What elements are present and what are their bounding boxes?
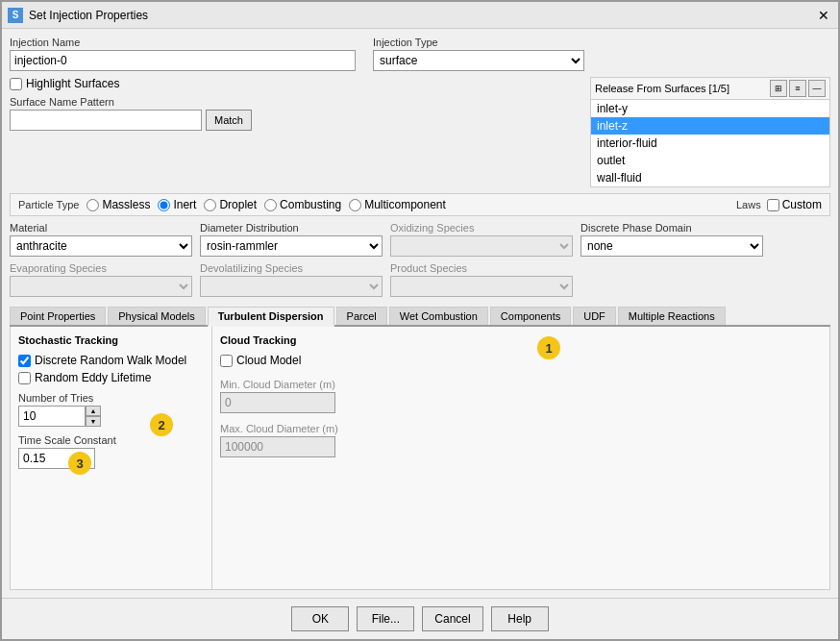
random-eddy-text: Random Eddy Lifetime [35,371,151,384]
injection-name-label: Injection Name [10,37,356,48]
annotation-2: 2 [150,413,173,436]
list-item[interactable]: outlet [591,152,829,169]
radio-droplet-input[interactable] [204,199,216,211]
number-of-tries-input[interactable] [18,406,86,427]
injection-name-type-row: Injection Name Injection Type surface [10,37,830,71]
list-item[interactable]: interior-fluid [591,135,829,152]
injection-type-group: Injection Type surface [373,37,584,71]
toolbar-btn-1[interactable]: ⊞ [770,80,787,97]
highlight-surfaces-label: Highlight Surfaces [26,77,119,90]
product-select[interactable] [390,276,573,297]
number-of-tries-label: Number of Tries [18,392,204,404]
main-window: S Set Injection Properties ✕ Injection N… [0,0,840,641]
radio-inert[interactable]: Inert [158,198,196,211]
list-item[interactable]: inlet-y [591,100,829,117]
ok-button[interactable]: OK [291,606,349,631]
radio-massless-label: Massless [102,198,150,211]
injection-name-group: Injection Name [10,37,356,71]
min-cloud-diameter-group: Min. Cloud Diameter (m) [220,379,338,413]
injection-name-input[interactable] [10,50,356,71]
material-field: Material anthracite [10,222,192,257]
file-button[interactable]: File... [357,606,414,631]
number-of-tries-spinner: ▲ ▼ [18,406,204,427]
devolatilizing-select[interactable] [200,276,383,297]
injection-type-label: Injection Type [373,37,584,48]
min-cloud-diameter-label: Min. Cloud Diameter (m) [220,379,338,390]
surface-name-pattern-row: Match [10,110,582,131]
radio-massless[interactable]: Massless [86,198,150,211]
custom-checkbox-label[interactable]: Custom [767,198,822,211]
radio-combusting[interactable]: Combusting [264,198,341,211]
tab-wet-combustion[interactable]: Wet Combustion [389,307,488,325]
material-select[interactable]: anthracite [10,235,192,257]
cloud-panel: Cloud Tracking Cloud Model Min. Cloud Di… [212,327,346,589]
cloud-title: Cloud Tracking [220,334,338,346]
radio-droplet[interactable]: Droplet [204,198,257,211]
radio-massless-input[interactable] [86,199,99,211]
cancel-button[interactable]: Cancel [422,606,482,631]
list-item[interactable]: inlet-z [591,117,829,135]
tab-components[interactable]: Components [490,307,571,325]
diameter-dist-label: Diameter Distribution [200,222,383,234]
window-title: Set Injection Properties [29,9,815,22]
spinner-down[interactable]: ▼ [86,416,101,427]
devolatilizing-field: Devolatilizing Species [200,262,383,297]
surface-pattern-input[interactable] [10,110,202,131]
product-field: Product Species [390,262,573,297]
window-icon: S [8,8,23,23]
tab-point-properties[interactable]: Point Properties [10,307,106,325]
oxidizing-species-select[interactable] [390,235,573,257]
evap-row: Evaporating Species Devolatilizing Speci… [10,262,830,297]
annotation-3: 3 [68,452,91,475]
discrete-random-walk-checkbox[interactable] [18,355,31,367]
max-cloud-diameter-input[interactable] [220,436,335,457]
evaporating-select[interactable] [10,276,192,297]
annotation-1: 1 [537,336,560,359]
tab-multiple-reactions[interactable]: Multiple Reactions [618,307,726,325]
min-cloud-diameter-input[interactable] [220,392,335,413]
oxidizing-species-label: Oxidizing Species [390,222,573,234]
custom-label: Custom [782,198,822,211]
radio-combusting-input[interactable] [264,199,277,211]
discrete-phase-label: Discrete Phase Domain [581,222,763,234]
cloud-model-label-row[interactable]: Cloud Model [220,354,338,367]
particle-type-radio-group: Massless Inert Droplet Combusting Multic… [86,198,445,211]
discrete-phase-field: Discrete Phase Domain none [581,222,763,257]
material-row: Material anthracite Diameter Distributio… [10,222,830,257]
tab-section: Point Properties Physical Models Turbule… [10,303,830,590]
tab-turbulent-dispersion[interactable]: Turbulent Dispersion [208,307,334,327]
diameter-dist-select[interactable]: rosin-rammler [200,235,383,257]
list-item[interactable]: wall-fluid [591,169,829,186]
release-surfaces-panel: Release From Surfaces [1/5] ⊞ ≡ — inlet-… [590,77,830,187]
radio-multicomponent-label: Multicomponent [364,198,446,211]
tab-physical-models[interactable]: Physical Models [108,307,205,325]
oxidizing-species-field: Oxidizing Species [390,222,573,257]
top-section: Highlight Surfaces Surface Name Pattern … [10,77,830,187]
particle-type-section-label: Particle Type [18,199,79,210]
tab-udf[interactable]: UDF [573,307,616,325]
laws-section: Laws Custom [736,198,822,211]
toolbar-btn-3[interactable]: — [808,80,826,97]
discrete-phase-select[interactable]: none [581,235,763,257]
tab-parcel[interactable]: Parcel [336,307,387,325]
spinner-up[interactable]: ▲ [86,406,101,416]
time-scale-group: Time Scale Constant [18,434,204,469]
injection-type-select[interactable]: surface [373,50,584,71]
radio-multicomponent-input[interactable] [349,199,361,211]
match-button[interactable]: Match [206,110,252,131]
stochastic-title: Stochastic Tracking [18,334,204,346]
random-eddy-label-row[interactable]: Random Eddy Lifetime [18,371,204,384]
custom-checkbox[interactable] [767,199,779,211]
toolbar-btn-2[interactable]: ≡ [789,80,806,97]
close-button[interactable]: ✕ [815,7,832,24]
help-button[interactable]: Help [491,606,549,631]
highlight-surfaces-checkbox[interactable] [10,78,22,90]
discrete-random-walk-label[interactable]: Discrete Random Walk Model [18,354,204,367]
cloud-model-checkbox[interactable] [220,355,233,367]
radio-multicomponent[interactable]: Multicomponent [349,198,446,211]
radio-inert-input[interactable] [158,199,170,211]
left-config: Highlight Surfaces Surface Name Pattern … [10,77,582,187]
title-bar: S Set Injection Properties ✕ [2,2,838,29]
diameter-dist-field: Diameter Distribution rosin-rammler [200,222,383,257]
random-eddy-checkbox[interactable] [18,372,31,384]
